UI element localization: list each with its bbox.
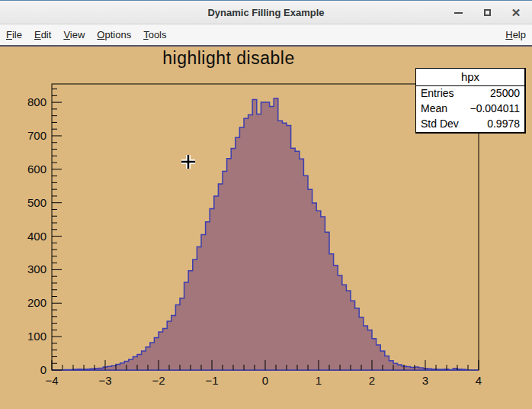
stats-value: 25000 [490, 87, 520, 100]
maximize-button[interactable] [479, 5, 495, 21]
root-canvas[interactable]: −4−3−2−1012340100200300400500600700800 h… [0, 47, 532, 409]
y-tick-label: 500 [27, 196, 46, 209]
x-tick-label: 1 [316, 374, 322, 387]
close-icon: ✕ [511, 6, 521, 20]
stats-value: −0.004011 [470, 102, 520, 115]
x-tick-label: 4 [476, 374, 482, 387]
x-tick-label: −3 [98, 374, 111, 387]
window-title: Dynamic Filling Example [207, 7, 324, 18]
menu-item-edit[interactable]: Edit [28, 25, 57, 44]
menubar: File Edit View Options Tools Help [0, 24, 532, 47]
y-tick-label: 100 [27, 330, 46, 343]
menu-item-file[interactable]: File [0, 25, 28, 44]
y-tick-label: 700 [27, 129, 46, 142]
x-tick-label: −1 [205, 374, 218, 387]
menu-item-view[interactable]: View [57, 25, 91, 44]
x-tick-label: 2 [369, 374, 375, 387]
menu-item-options[interactable]: Options [91, 25, 137, 44]
y-tick-label: 600 [27, 163, 46, 176]
window-titlebar[interactable]: Dynamic Filling Example ✕ [0, 1, 532, 24]
window-controls: ✕ [450, 1, 524, 24]
stats-label: Std Dev [421, 118, 459, 130]
stats-row-entries: Entries 25000 [416, 86, 524, 101]
stats-box-title: hpx [416, 69, 524, 86]
menu-item-help[interactable]: Help [499, 25, 532, 44]
y-tick-label: 400 [27, 230, 46, 243]
x-tick-label: −2 [152, 374, 165, 387]
stats-box[interactable]: hpx Entries 25000 Mean −0.004011 Std Dev… [415, 68, 526, 134]
y-tick-label: 0 [40, 363, 46, 376]
stats-label: Entries [421, 87, 454, 100]
stats-value: 0.9978 [487, 118, 520, 130]
minimize-icon [454, 12, 463, 14]
stats-row-mean: Mean −0.004011 [416, 101, 524, 117]
close-button[interactable]: ✕ [508, 5, 524, 21]
y-tick-label: 200 [27, 296, 46, 309]
x-tick-label: 3 [422, 374, 428, 387]
root-window: Dynamic Filling Example ✕ File Edit View… [0, 0, 532, 409]
stats-row-stddev: Std Dev 0.9978 [416, 117, 524, 132]
stats-label: Mean [421, 102, 447, 115]
y-tick-label: 300 [27, 262, 46, 275]
maximize-icon [484, 9, 491, 16]
y-tick-label: 800 [27, 95, 46, 108]
plot-title[interactable]: highlight disable [141, 48, 316, 69]
x-tick-label: 0 [262, 374, 268, 387]
x-tick-label: −4 [45, 374, 58, 387]
menu-item-tools[interactable]: Tools [137, 25, 172, 44]
minimize-button[interactable] [450, 5, 466, 21]
